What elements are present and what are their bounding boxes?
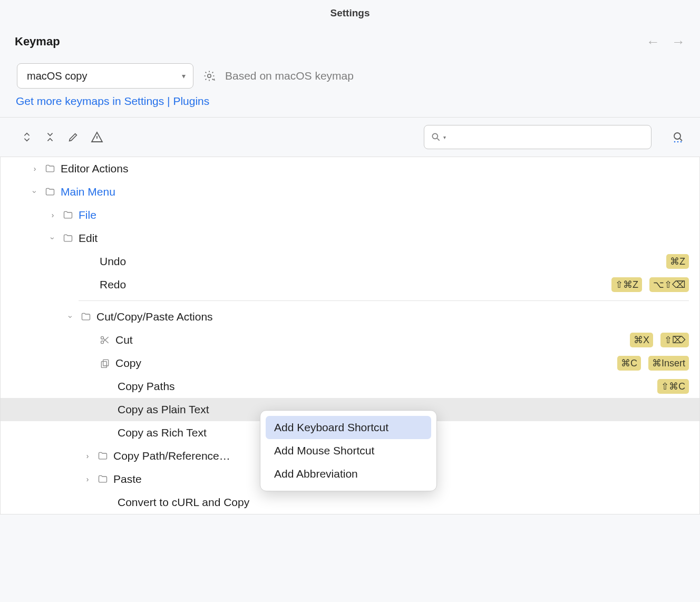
svg-point-2 — [674, 133, 680, 139]
shortcut-badge: ⌘Z — [666, 254, 689, 269]
page-title: Keymap — [15, 35, 60, 48]
folder-icon — [63, 210, 73, 220]
separator — [79, 300, 689, 301]
tree-label: Copy Paths — [118, 380, 175, 393]
more-keymaps-link[interactable]: Get more keymaps in Settings | Plugins — [16, 95, 209, 107]
chevron-down-icon[interactable]: › — [48, 234, 57, 243]
search-input-container[interactable]: ▾ — [424, 125, 652, 149]
tree-leaf-undo[interactable]: Undo ⌘Z — [1, 250, 699, 273]
tree-label: Undo — [100, 255, 126, 268]
tree-label: Copy as Rich Text — [118, 426, 207, 439]
scissors-icon — [100, 335, 110, 345]
folder-icon — [98, 451, 108, 461]
shortcut-badge: ⇧⌦ — [660, 333, 689, 347]
svg-rect-8 — [103, 360, 109, 366]
shortcut-badge: ⌘Insert — [648, 356, 689, 371]
find-by-shortcut-icon[interactable] — [672, 130, 685, 144]
tree-label: Copy — [115, 357, 141, 370]
nav-back-icon[interactable]: ← — [646, 35, 660, 48]
tree-leaf-convert-curl[interactable]: Convert to cURL and Copy — [1, 491, 699, 514]
shortcut-badge: ⌘X — [630, 333, 653, 347]
keymap-profile-value: macOS copy — [27, 70, 87, 82]
copy-icon — [100, 358, 110, 368]
context-menu: Add Keyboard Shortcut Add Mouse Shortcut… — [260, 410, 437, 491]
svg-point-5 — [680, 141, 682, 143]
svg-point-3 — [674, 141, 676, 143]
tree-node-main-menu[interactable]: › Main Menu — [1, 180, 699, 203]
tree-label: Redo — [100, 278, 126, 291]
keymap-profile-select[interactable]: macOS copy ▾ — [17, 63, 193, 89]
svg-point-0 — [208, 74, 211, 77]
ctx-add-keyboard-shortcut[interactable]: Add Keyboard Shortcut — [266, 416, 431, 439]
tree-label: File — [79, 209, 96, 221]
search-icon — [431, 132, 441, 142]
tree-node-editor-actions[interactable]: › Editor Actions — [1, 157, 699, 180]
chevron-right-icon[interactable]: › — [83, 475, 92, 483]
search-dropdown-icon[interactable]: ▾ — [443, 134, 446, 140]
chevron-right-icon[interactable]: › — [48, 211, 57, 219]
tree-label: Copy Path/Reference… — [113, 450, 230, 462]
warning-icon[interactable] — [91, 131, 103, 143]
edit-icon[interactable] — [67, 131, 79, 143]
tree-label: Editor Actions — [61, 162, 128, 175]
tree-label: Paste — [113, 473, 142, 486]
ctx-add-mouse-shortcut[interactable]: Add Mouse Shortcut — [266, 439, 431, 462]
nav-forward-icon[interactable]: → — [672, 35, 685, 48]
tree-leaf-cut[interactable]: Cut ⌘X ⇧⌦ — [1, 328, 699, 352]
svg-point-6 — [101, 336, 104, 339]
based-on-label: Based on macOS keymap — [225, 70, 354, 82]
search-input[interactable] — [448, 132, 645, 143]
tree-label: Cut/Copy/Paste Actions — [96, 310, 213, 323]
svg-rect-9 — [101, 362, 106, 368]
tree-leaf-copy-paths[interactable]: Copy Paths ⇧⌘C — [1, 375, 699, 398]
chevron-down-icon: ▾ — [182, 72, 186, 80]
folder-icon — [63, 233, 73, 244]
shortcut-badge: ⌥⇧⌫ — [649, 277, 689, 292]
tree-label: Convert to cURL and Copy — [118, 496, 249, 509]
chevron-down-icon[interactable]: › — [66, 312, 75, 322]
keymap-tree: › Editor Actions › Main Menu › File — [0, 157, 700, 514]
tree-node-file[interactable]: › File — [1, 203, 699, 227]
tree-leaf-copy[interactable]: Copy ⌘C ⌘Insert — [1, 352, 699, 375]
expand-all-icon[interactable] — [21, 131, 33, 143]
shortcut-badge: ⇧⌘Z — [611, 277, 642, 292]
folder-icon — [81, 312, 91, 322]
folder-icon — [45, 187, 55, 197]
tree-node-ccp-actions[interactable]: › Cut/Copy/Paste Actions — [1, 305, 699, 328]
window-title: Settings — [0, 0, 700, 25]
svg-point-7 — [101, 341, 104, 344]
tree-leaf-redo[interactable]: Redo ⇧⌘Z ⌥⇧⌫ — [1, 273, 699, 296]
tree-label: Copy as Plain Text — [118, 403, 209, 416]
chevron-right-icon[interactable]: › — [83, 452, 92, 460]
tree-label: Edit — [79, 232, 98, 245]
chevron-down-icon[interactable]: › — [31, 187, 39, 197]
shortcut-badge: ⇧⌘C — [657, 379, 689, 394]
tree-label: Main Menu — [61, 186, 115, 198]
collapse-all-icon[interactable] — [44, 131, 56, 143]
tree-node-edit[interactable]: › Edit — [1, 227, 699, 250]
ctx-add-abbreviation[interactable]: Add Abbreviation — [266, 462, 431, 486]
tree-label: Cut — [115, 334, 133, 346]
folder-icon — [98, 474, 108, 484]
chevron-right-icon[interactable]: › — [30, 164, 40, 173]
shortcut-badge: ⌘C — [617, 356, 641, 371]
svg-point-4 — [677, 141, 679, 143]
svg-point-1 — [432, 133, 438, 139]
gear-icon[interactable] — [203, 70, 216, 82]
folder-icon — [45, 163, 55, 174]
